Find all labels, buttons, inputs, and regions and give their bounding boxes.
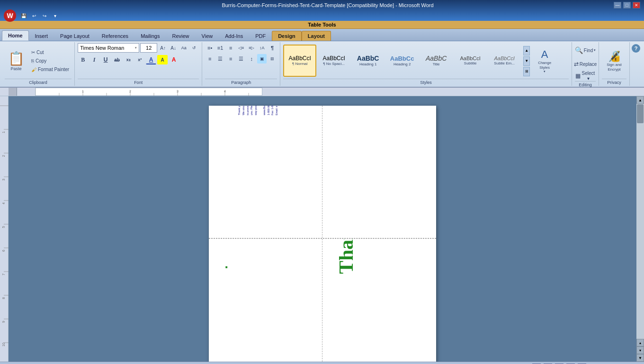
- borders-button[interactable]: ⊞: [268, 54, 277, 64]
- show-formatting-button[interactable]: ¶: [268, 43, 277, 53]
- format-painter-button[interactable]: 🖌 Format Painter: [29, 65, 72, 74]
- clipboard-content: 📋 Paste ✂ Cut ⎘ Copy 🖌 Format Painter: [5, 43, 72, 79]
- style-no-spacing-preview: AaBbCcI: [322, 55, 345, 62]
- page-bottom-half: ■ Thank You!: [209, 238, 436, 362]
- scroll-up-button[interactable]: ▲: [636, 96, 644, 104]
- ruler-content: 1 2 3 4: [35, 88, 262, 96]
- status-bar: Page: 1 of 1 Words: 0 ✓ □ ▭ ⊡ ☰ ≡ − + 50…: [0, 362, 644, 364]
- increase-indent-button[interactable]: ≡▷: [247, 43, 256, 53]
- undo-quick-button[interactable]: ↩: [29, 11, 39, 20]
- small-green-element: ■: [225, 265, 228, 269]
- underline-button[interactable]: U: [100, 55, 111, 64]
- strikethrough-button[interactable]: ab: [112, 55, 122, 64]
- privacy-label: Privacy: [602, 79, 626, 85]
- editing-content: 🔍 Find ▾ ⇄ Replace ▦ Select ▾: [575, 43, 596, 81]
- grow-font-button[interactable]: A↑: [158, 43, 168, 53]
- quick-access-toolbar: W 💾 ↩ ↪ ▾: [0, 10, 644, 21]
- close-button[interactable]: ✕: [633, 2, 640, 9]
- subscript-button[interactable]: x₂: [123, 55, 134, 64]
- document-scroll-area[interactable]: Thank you for your business We sincerely…: [9, 96, 636, 362]
- copy-button[interactable]: ⎘ Copy: [29, 57, 72, 65]
- font-name-dropdown[interactable]: Times New Roman ▾: [78, 43, 139, 53]
- tab-view[interactable]: View: [196, 31, 219, 41]
- numbering-button[interactable]: ≡1: [215, 43, 225, 53]
- svg-text:2: 2: [2, 155, 5, 157]
- clear-formatting-button[interactable]: ↺: [189, 43, 199, 53]
- window-controls[interactable]: — □ ✕: [614, 2, 640, 9]
- shrink-font-button[interactable]: A↓: [169, 43, 178, 53]
- style-normal[interactable]: AaBbCcI ¶ Normal: [283, 45, 316, 77]
- select-button[interactable]: ▦ Select ▾: [575, 71, 596, 81]
- editing-label: Editing: [575, 81, 596, 87]
- maximize-button[interactable]: □: [623, 2, 631, 9]
- styles-scroll-down[interactable]: ▼: [523, 56, 530, 66]
- line-spacing-button[interactable]: ↕: [247, 54, 256, 64]
- change-styles-button[interactable]: A Change Styles ▾: [534, 48, 555, 74]
- vertical-scrollbar[interactable]: ▲ ▴ ▾ ▼: [636, 96, 644, 362]
- paragraph-group: ≡• ≡1 ≡ ◁≡ ≡▷ ↕A ¶ ≡ ☰ ≡ ☰ ↕ ▣ ⊞ Paragra…: [202, 42, 280, 86]
- style-title[interactable]: AaBbC Title: [420, 45, 453, 77]
- style-no-spacing[interactable]: AaBbCcI ¶ No Spaci...: [317, 45, 350, 77]
- customize-quick-access-button[interactable]: ▾: [50, 11, 60, 20]
- help-area: ?: [630, 42, 642, 86]
- page-top-left: Thank you for your business We sincerely…: [209, 106, 322, 238]
- sort-button[interactable]: ↕A: [257, 43, 267, 53]
- superscript-button[interactable]: x²: [134, 55, 145, 64]
- office-button[interactable]: W: [4, 9, 16, 22]
- tab-add-ins[interactable]: Add-Ins: [219, 31, 249, 41]
- replace-button[interactable]: ⇄ Replace: [575, 59, 596, 69]
- styles-more[interactable]: ⊞: [523, 67, 530, 76]
- italic-button[interactable]: I: [89, 55, 99, 64]
- scroll-track[interactable]: [636, 104, 644, 339]
- scroll-page-up[interactable]: ▴: [636, 339, 644, 346]
- save-quick-button[interactable]: 💾: [19, 11, 28, 20]
- help-button[interactable]: ?: [632, 44, 640, 53]
- text-effects-button[interactable]: A: [146, 55, 156, 64]
- justify-button[interactable]: ☰: [236, 54, 246, 64]
- tab-insert[interactable]: Insert: [29, 31, 54, 41]
- style-heading1-preview: AaBbC: [357, 55, 379, 62]
- font-color-button[interactable]: A: [169, 55, 179, 64]
- bullets-button[interactable]: ≡•: [205, 43, 215, 53]
- scroll-down-button[interactable]: ▼: [636, 354, 644, 362]
- style-heading1[interactable]: AaBbC Heading 1: [351, 45, 385, 77]
- styles-scroll-up[interactable]: ▲: [523, 46, 530, 55]
- style-subtitle[interactable]: AaBbCcI Subtitle: [454, 45, 487, 77]
- tab-page-layout[interactable]: Page Layout: [54, 31, 96, 41]
- align-right-button[interactable]: ≡: [226, 54, 235, 64]
- sign-encrypt-button[interactable]: 🔏 Sign and Encrypt: [602, 48, 626, 74]
- redo-quick-button[interactable]: ↪: [40, 11, 49, 20]
- svg-text:2: 2: [129, 90, 131, 93]
- scroll-page-down[interactable]: ▾: [636, 346, 644, 354]
- style-subtle-em[interactable]: AaBbCcI Subtle Em...: [488, 45, 521, 77]
- privacy-content: 🔏 Sign and Encrypt: [602, 43, 626, 79]
- scroll-thumb[interactable]: [637, 104, 644, 123]
- style-subtle-em-label: Subtle Em...: [494, 61, 515, 65]
- tab-design[interactable]: Design: [272, 31, 302, 41]
- highlight-button[interactable]: A: [157, 55, 168, 64]
- align-left-button[interactable]: ≡: [205, 54, 215, 64]
- bold-button[interactable]: B: [78, 55, 88, 64]
- tab-pdf[interactable]: PDF: [249, 31, 272, 41]
- font-size-input[interactable]: [140, 43, 157, 53]
- minimize-button[interactable]: —: [614, 2, 621, 9]
- decrease-indent-button[interactable]: ◁≡: [236, 43, 246, 53]
- change-styles-label: Change Styles: [535, 61, 555, 70]
- select-icon: ▦: [575, 73, 581, 79]
- tab-references[interactable]: References: [96, 31, 134, 41]
- find-button[interactable]: 🔍 Find ▾: [575, 43, 596, 57]
- style-heading2[interactable]: AaBbCc Heading 2: [385, 45, 419, 77]
- cut-button[interactable]: ✂ Cut: [29, 48, 72, 56]
- tab-layout[interactable]: Layout: [302, 31, 331, 41]
- align-center-button[interactable]: ☰: [215, 54, 225, 64]
- paste-button[interactable]: 📋 Paste: [5, 46, 27, 76]
- svg-text:4: 4: [224, 90, 226, 93]
- style-title-label: Title: [433, 62, 440, 66]
- document-area: 1 2 3 4 5 6 7 8 9 10: [0, 96, 644, 362]
- change-case-button[interactable]: Aa: [179, 43, 188, 53]
- tab-mailings[interactable]: Mailings: [134, 31, 166, 41]
- multilevel-button[interactable]: ≡: [226, 43, 235, 53]
- tab-home[interactable]: Home: [2, 30, 29, 41]
- tab-review[interactable]: Review: [166, 31, 195, 41]
- shading-button[interactable]: ▣: [257, 54, 267, 64]
